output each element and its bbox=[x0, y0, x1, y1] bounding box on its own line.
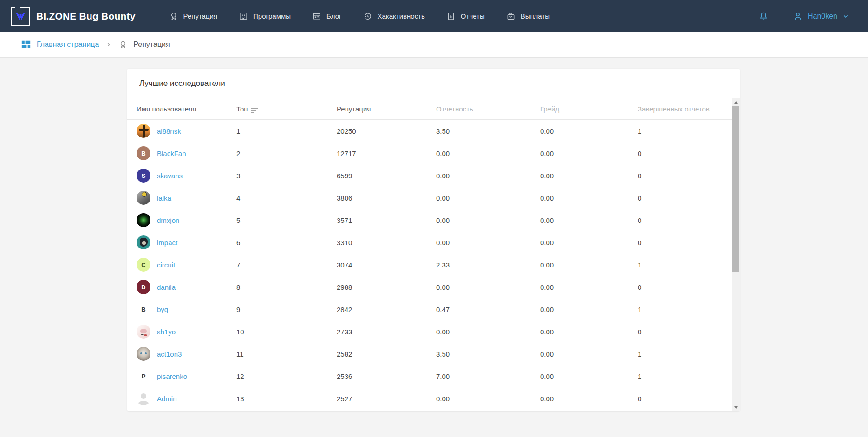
username-link[interactable]: BlackFan bbox=[157, 150, 186, 157]
table-row: al88nsk 1 20250 3.50 0.00 1 bbox=[127, 120, 740, 142]
cell-reporting: 3.50 bbox=[436, 127, 540, 135]
cell-reporting: 0.00 bbox=[436, 328, 540, 336]
scrollbar-thumb[interactable] bbox=[732, 106, 739, 272]
scrollbar-down-arrow[interactable] bbox=[732, 404, 740, 411]
bell-icon[interactable] bbox=[758, 11, 769, 21]
table-row: act1on3 11 2582 3.50 0.00 1 bbox=[127, 343, 740, 365]
cell-reporting: 3.50 bbox=[436, 350, 540, 358]
breadcrumb-home-link[interactable]: Главная страница bbox=[21, 39, 99, 50]
cell-reporting: 0.47 bbox=[436, 306, 540, 313]
username-link[interactable]: al88nsk bbox=[157, 127, 181, 135]
nav-item-blog[interactable]: Блог bbox=[312, 12, 341, 21]
table-row: P pisarenko 12 2536 7.00 0.00 1 bbox=[127, 365, 740, 387]
main-content: Лучшие исследователи Имя пользователя То… bbox=[0, 58, 868, 411]
chevron-down-icon bbox=[842, 13, 849, 20]
cell-reporting: 2.33 bbox=[436, 261, 540, 269]
avatar: S bbox=[137, 169, 150, 183]
cell-reputation: 3571 bbox=[337, 216, 436, 224]
user-cell: P pisarenko bbox=[137, 369, 236, 383]
username-link[interactable]: sh1yo bbox=[157, 328, 176, 336]
cell-completed: 0 bbox=[638, 239, 726, 247]
cell-reputation: 3806 bbox=[337, 194, 436, 202]
cell-reporting: 0.00 bbox=[436, 239, 540, 247]
vertical-scrollbar[interactable] bbox=[732, 98, 740, 411]
cell-grade: 0.00 bbox=[540, 172, 638, 180]
cell-reputation: 2733 bbox=[337, 328, 436, 336]
cell-top: 4 bbox=[236, 194, 337, 202]
report-icon bbox=[446, 12, 456, 21]
nav-right: Han0ken bbox=[758, 11, 849, 21]
nav-label: Отчеты bbox=[461, 12, 485, 20]
cell-grade: 0.00 bbox=[540, 283, 638, 291]
username-link[interactable]: skavans bbox=[157, 172, 183, 180]
nav-item-hackactivity[interactable]: Хакактивность bbox=[363, 12, 425, 21]
cell-reputation: 6599 bbox=[337, 172, 436, 180]
cell-reporting: 7.00 bbox=[436, 372, 540, 380]
top-nav: BI.ZONE Bug Bounty Репутация Программы bbox=[0, 0, 868, 32]
cell-reputation: 3310 bbox=[337, 239, 436, 247]
user-cell: S skavans bbox=[137, 169, 236, 183]
avatar: D bbox=[137, 280, 150, 294]
cell-top: 7 bbox=[236, 261, 337, 269]
nav-item-payouts[interactable]: Выплаты bbox=[506, 12, 550, 21]
cell-completed: 1 bbox=[638, 306, 726, 313]
cell-reputation: 2842 bbox=[337, 306, 436, 313]
cell-reputation: 20250 bbox=[337, 127, 436, 135]
medal-icon bbox=[118, 40, 128, 49]
username-link[interactable]: pisarenko bbox=[157, 372, 187, 380]
avatar: P bbox=[137, 369, 150, 383]
column-header-reputation: Репутация bbox=[337, 105, 436, 113]
table-row: B BlackFan 2 12717 0.00 0.00 0 bbox=[127, 142, 740, 164]
cell-top: 6 bbox=[236, 239, 337, 247]
column-header-reporting: Отчетность bbox=[436, 105, 540, 113]
cell-grade: 0.00 bbox=[540, 350, 638, 358]
column-header-top[interactable]: Топ bbox=[236, 105, 337, 113]
nav-label: Хакактивность bbox=[378, 12, 425, 20]
username-link[interactable]: act1on3 bbox=[157, 350, 182, 358]
briefcase-icon bbox=[506, 12, 516, 21]
cell-reporting: 0.00 bbox=[436, 172, 540, 180]
nav-item-reports[interactable]: Отчеты bbox=[446, 12, 485, 21]
username-link[interactable]: lalka bbox=[157, 194, 171, 202]
user-menu[interactable]: Han0ken bbox=[793, 11, 849, 21]
cell-completed: 0 bbox=[638, 194, 726, 202]
cell-top: 5 bbox=[236, 216, 337, 224]
username-link[interactable]: impact bbox=[157, 239, 177, 247]
cell-top: 1 bbox=[236, 127, 337, 135]
username-link[interactable]: byq bbox=[157, 306, 168, 313]
cell-reputation: 2527 bbox=[337, 395, 436, 403]
avatar bbox=[137, 391, 150, 405]
breadcrumb-home-label: Главная страница bbox=[37, 40, 99, 49]
column-header-username: Имя пользователя bbox=[137, 105, 236, 113]
cell-top: 9 bbox=[236, 306, 337, 313]
nav-item-reputation[interactable]: Репутация bbox=[169, 12, 217, 21]
scrollbar-up-arrow[interactable] bbox=[732, 98, 740, 106]
cell-completed: 0 bbox=[638, 283, 726, 291]
cell-reputation: 12717 bbox=[337, 150, 436, 157]
table-header-row: Имя пользователя Топ Репутация Отчетност… bbox=[127, 98, 732, 120]
cell-reputation: 2536 bbox=[337, 372, 436, 380]
user-cell: D danila bbox=[137, 280, 236, 294]
cell-reputation: 2582 bbox=[337, 350, 436, 358]
bizone-logo-icon bbox=[11, 7, 30, 26]
cell-grade: 0.00 bbox=[540, 328, 638, 336]
nav-label: Программы bbox=[253, 12, 291, 20]
cell-completed: 0 bbox=[638, 150, 726, 157]
cell-reporting: 0.00 bbox=[436, 283, 540, 291]
breadcrumb-separator-icon bbox=[105, 41, 112, 48]
table-row: B byq 9 2842 0.47 0.00 1 bbox=[127, 298, 740, 320]
brand[interactable]: BI.ZONE Bug Bounty bbox=[11, 7, 136, 26]
table-row: sh1yo 10 2733 0.00 0.00 0 bbox=[127, 320, 740, 343]
username-link[interactable]: danila bbox=[157, 283, 176, 291]
username-link[interactable]: circuit bbox=[157, 261, 175, 269]
username-link[interactable]: Admin bbox=[157, 395, 177, 403]
blog-icon bbox=[312, 12, 321, 21]
nav-label: Блог bbox=[326, 12, 341, 20]
nav-item-programs[interactable]: Программы bbox=[239, 12, 291, 21]
avatar bbox=[137, 213, 150, 227]
breadcrumb-current-label: Репутация bbox=[133, 40, 170, 49]
brand-title: BI.ZONE Bug Bounty bbox=[36, 11, 136, 22]
sort-icon[interactable] bbox=[251, 105, 258, 113]
username-link[interactable]: dmxjon bbox=[157, 216, 179, 224]
avatar bbox=[137, 235, 150, 249]
